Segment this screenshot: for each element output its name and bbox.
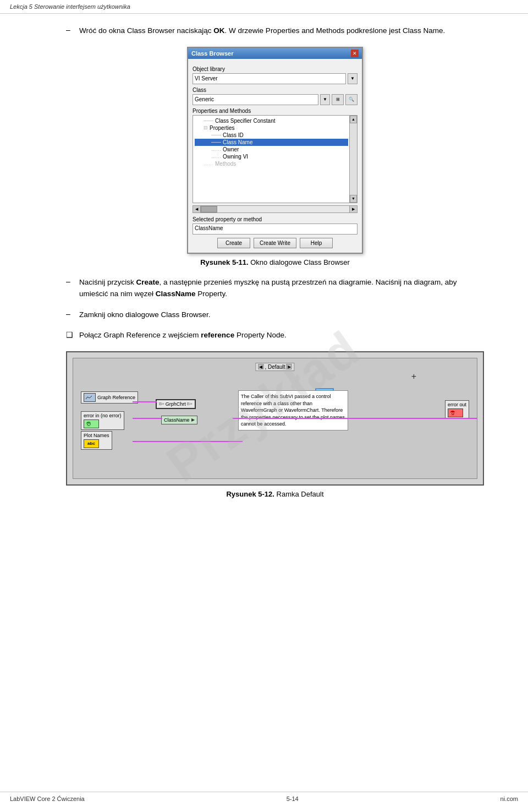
diag-plus-sign: +	[411, 372, 416, 382]
diag-graph-ref-icon	[84, 393, 96, 402]
diag-error-out-icon: err	[448, 408, 463, 417]
cb-class-label: Class	[193, 87, 358, 93]
class-browser-window: Class Browser ✕ Object library ▼ Class ▼…	[187, 47, 363, 254]
tree-item-label-1: Properties	[210, 125, 235, 131]
cb-title: Class Browser	[191, 50, 233, 57]
svg-rect-0	[85, 394, 95, 401]
footer-left: LabVIEW Core 2 Ćwiczenia	[10, 795, 85, 802]
figure-11-text: Okno dialogowe Class Browser	[250, 258, 350, 266]
diag-class-name-label: ClassName	[164, 417, 190, 423]
diag-grphchrt-block: B» GrphChrt B»	[156, 399, 196, 409]
tree-item-3[interactable]: —— Class Name	[195, 139, 348, 146]
diag-class-name-block: ClassName ▶	[161, 416, 197, 424]
cb-scroll-up[interactable]: ▲	[350, 116, 357, 123]
cb-hscroll-track	[201, 206, 349, 212]
cb-class-dropdown[interactable]: ▼	[320, 94, 330, 105]
diag-error-in-label: error in (no error)	[84, 413, 122, 418]
tree-item-label-0: Class Specifier Constant	[215, 118, 276, 124]
cb-class-icon2[interactable]: 🔍	[345, 94, 358, 105]
cb-selected-label: Selected property or method	[193, 216, 358, 222]
svg-text:ok: ok	[86, 422, 91, 426]
footer-center: 5-14	[287, 795, 299, 802]
cb-titlebar: Class Browser ✕	[188, 48, 362, 59]
diag-error-in-icon: ok	[84, 419, 99, 428]
checkbox-text-1: Połącz Graph Reference z wejściem refere…	[79, 329, 287, 341]
bullet-dash-3: –	[66, 309, 79, 318]
cb-object-library-dropdown[interactable]: ▼	[348, 73, 358, 84]
page-footer: LabVIEW Core 2 Ćwiczenia 5-14 ni.com	[0, 792, 528, 805]
diagram-inner: ◀ , Default ▶ + Graph Reference	[73, 358, 477, 479]
diag-grphchrt-label: GrphChrt	[166, 401, 186, 407]
diag-default-label: , Default	[265, 364, 285, 370]
tree-item-label-4: Owner	[223, 146, 239, 152]
figure-11-caption: Rysunek 5-11. Okno dialogowe Class Brows…	[66, 258, 484, 266]
diag-error-in-block: error in (no error) ok	[81, 411, 124, 430]
bullet-item-1: – Wróć do okna Class Browser naciskając …	[66, 25, 484, 37]
cb-help-button[interactable]: Help	[300, 238, 333, 248]
cb-selected-value: ClassName	[193, 224, 358, 235]
cb-create-write-button[interactable]: Create Write	[254, 238, 296, 248]
cb-scroll-down[interactable]: ▼	[350, 195, 357, 203]
diag-plot-names-label: Plot Names	[84, 433, 109, 438]
cb-buttons: Create Create Write Help	[193, 238, 358, 248]
diag-error-box-text: The Caller of this SubVI passed a contro…	[241, 394, 345, 427]
cb-class-row: ▼ ⊞ 🔍	[193, 94, 358, 105]
figure-12-bold: Rysunek 5-12.	[226, 490, 274, 498]
cb-tree-content: —— Class Specifier Constant ⊟ Properties…	[193, 116, 357, 169]
tree-item-label-3: Class Name	[223, 139, 252, 145]
screenshot-class-browser: Class Browser ✕ Object library ▼ Class ▼…	[66, 47, 484, 254]
wire-right	[233, 418, 477, 419]
wire-graph-to-grph	[133, 401, 157, 402]
diag-error-box: The Caller of this SubVI passed a contro…	[238, 390, 348, 430]
cb-create-button[interactable]: Create	[217, 238, 250, 248]
tree-item-0[interactable]: —— Class Specifier Constant	[195, 117, 348, 124]
bullet-text-2: Naciśnij przycisk Create, a następnie pr…	[79, 276, 484, 300]
tree-item-label-5: Owning VI	[223, 154, 248, 160]
diag-default-right[interactable]: ▶	[287, 364, 292, 369]
cb-body: Object library ▼ Class ▼ ⊞ 🔍 Properties …	[188, 59, 362, 253]
cb-object-library-label: Object library	[193, 66, 358, 72]
tree-item-label-6: Methods	[215, 161, 236, 167]
tree-item-5[interactable]: …… Owning VI	[195, 153, 348, 160]
bullet-item-3: – Zamknij okno dialogowe Class Browser.	[66, 309, 484, 321]
diag-plot-names-icon: abc	[84, 439, 99, 448]
cb-class-icon1[interactable]: ⊞	[332, 94, 344, 105]
cb-properties-label: Properties and Methods	[193, 108, 358, 114]
cb-tree-container: —— Class Specifier Constant ⊟ Properties…	[193, 115, 358, 203]
cb-object-library-input[interactable]	[193, 73, 346, 84]
tree-item-6[interactable]: …… Methods	[195, 160, 348, 167]
diag-error-out-label: error out	[448, 402, 466, 407]
bullet-item-2: – Naciśnij przycisk Create, a następnie …	[66, 276, 484, 300]
diag-graph-ref-label: Graph Reference	[97, 395, 135, 400]
figure-12-text: Ramka Default	[277, 490, 324, 498]
footer-right: ni.com	[501, 795, 518, 802]
cb-hscroll-thumb[interactable]	[201, 206, 217, 212]
checkbox-item-1: ❑ Połącz Graph Reference z wejściem refe…	[66, 329, 484, 341]
cb-hscroll-right[interactable]: ▶	[349, 206, 357, 212]
cb-object-library-row: ▼	[193, 73, 358, 84]
cb-close-button[interactable]: ✕	[351, 50, 359, 57]
cb-tree-scrollbar: ▲ ▼	[349, 116, 357, 203]
diagram-container: ◀ , Default ▶ + Graph Reference	[66, 351, 484, 486]
tree-item-2[interactable]: —— Class ID	[195, 132, 348, 139]
cb-hscroll-left[interactable]: ◀	[193, 206, 201, 212]
bullet-text-1: Wróć do okna Class Browser naciskając OK…	[79, 25, 445, 37]
diag-error-out-block: error out err	[445, 400, 469, 419]
tree-item-1[interactable]: ⊟ Properties	[195, 124, 348, 132]
checkbox-sym-1: ❑	[66, 330, 79, 339]
wire-error-to-class	[133, 418, 162, 419]
diag-plot-names-block: Plot Names abc	[81, 431, 112, 450]
diag-default-bar: ◀ , Default ▶	[255, 363, 294, 371]
bullet-text-3: Zamknij okno dialogowe Class Browser.	[79, 309, 211, 321]
tree-item-label-2: Class ID	[223, 132, 244, 138]
figure-12-caption: Rysunek 5-12. Ramka Default	[66, 490, 484, 498]
header-left: Lekcja 5 Sterowanie interfejsem użytkown…	[10, 3, 130, 10]
wire-plot	[133, 441, 243, 442]
cb-class-input[interactable]	[193, 94, 318, 105]
diag-default-left[interactable]: ◀	[258, 364, 263, 369]
bullet-dash-2: –	[66, 277, 79, 286]
tree-item-4[interactable]: …… Owner	[195, 146, 348, 153]
page-header: Lekcja 5 Sterowanie interfejsem użytkown…	[0, 0, 528, 14]
diag-graph-ref-block: Graph Reference	[81, 391, 138, 404]
bullet-dash-1: –	[66, 25, 79, 34]
